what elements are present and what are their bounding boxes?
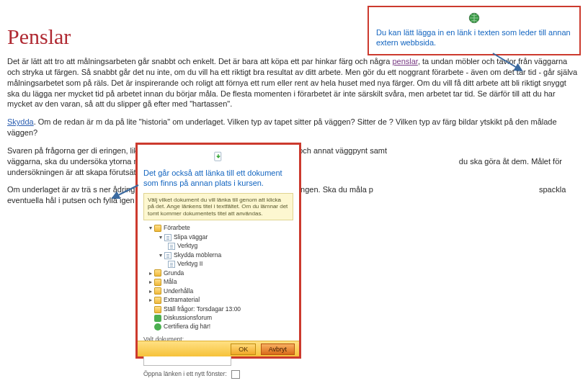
tree-node-cert[interactable]: Certifiera dig här! xyxy=(143,322,293,331)
collapse-icon[interactable]: ▾ xyxy=(148,224,153,233)
tree-label: Förarbete xyxy=(164,224,190,231)
dialog-instruction: Välj vilket dokument du vill länka till … xyxy=(143,193,293,221)
ok-button[interactable]: OK xyxy=(231,344,256,355)
para1-text-a: Det är lätt att tro att målningsarbeten … xyxy=(7,57,392,66)
para3-a: Svaren på frågorna ger di xyxy=(7,146,97,155)
cancel-button[interactable]: Avbryt xyxy=(261,344,295,355)
certificate-icon xyxy=(154,323,161,331)
document-arrow-icon xyxy=(212,151,225,163)
forum-icon xyxy=(154,315,161,322)
tree-label: Certifiera dig här! xyxy=(164,323,210,330)
tree-node-forarbete[interactable]: ▾Förarbete xyxy=(143,223,293,233)
para2-a: . Om de redan är m xyxy=(34,117,102,126)
callout-text: Du kan lätt lägga in en länk i texten so… xyxy=(376,27,572,48)
callout-icon-row xyxy=(376,12,572,26)
folder-icon xyxy=(154,279,161,286)
tree-node-diskussion[interactable]: Diskussionsforum xyxy=(143,313,293,322)
collapse-icon[interactable]: ▾ xyxy=(158,233,163,242)
expand-icon[interactable]: ▸ xyxy=(148,296,153,305)
expand-icon[interactable]: ▸ xyxy=(148,269,153,278)
tree-node-skydda[interactable]: ▾Skydda möblerna xyxy=(143,251,293,260)
document-tree[interactable]: ▾Förarbete ▾Slipa väggar Verktyg ▾Skydda… xyxy=(143,223,293,331)
folder-icon xyxy=(154,297,161,304)
callout-external-link: Du kan lätt lägga in en länk i texten so… xyxy=(368,6,581,55)
link-document-dialog: Det går också att länka till ett dokumen… xyxy=(135,143,301,359)
folder-icon xyxy=(154,225,161,232)
open-new-window-checkbox[interactable] xyxy=(231,370,240,379)
tree-node-grunda[interactable]: ▸Grunda xyxy=(143,269,293,278)
skydda-link[interactable]: Skydda xyxy=(7,117,34,126)
open-new-window-row: Öppna länken i ett nytt fönster: xyxy=(143,370,293,379)
tree-label: Ställ frågor: Torsdagar 13:00 xyxy=(164,305,241,313)
document-icon xyxy=(164,252,172,259)
tree-node-verktyg2[interactable]: Verktyg II xyxy=(143,259,293,268)
dialog-header-icon xyxy=(143,151,293,165)
document-icon xyxy=(164,234,172,241)
tree-label: Underhålla xyxy=(164,287,193,295)
link-title-input[interactable] xyxy=(143,356,231,366)
penslar-link[interactable]: penslar xyxy=(392,57,417,66)
tree-label: Måla xyxy=(164,278,177,285)
tree-node-underhalla[interactable]: ▸Underhålla xyxy=(143,287,293,296)
open-new-window-label: Öppna länken i ett nytt fönster: xyxy=(143,370,227,377)
tree-label: Skydda möblerna xyxy=(174,251,221,259)
tree-label: Extramaterial xyxy=(164,296,200,303)
dialog-note: Det går också att länka till ett dokumen… xyxy=(143,168,293,189)
folder-icon xyxy=(154,287,161,295)
document-icon xyxy=(168,261,175,268)
document-icon xyxy=(168,243,175,250)
dialog-footer: OK Avbryt xyxy=(138,341,299,356)
globe-link-icon xyxy=(468,12,481,24)
tree-label: Slipa väggar xyxy=(174,233,208,241)
folder-icon xyxy=(154,306,161,313)
tree-node-stall[interactable]: Ställ frågor: Torsdagar 13:00 xyxy=(143,305,293,313)
paragraph-1: Det är lätt att tro att målningsarbeten … xyxy=(7,56,579,109)
tree-node-mala[interactable]: ▸Måla xyxy=(143,277,293,287)
tree-label: Grunda xyxy=(164,269,184,277)
tree-node-extra[interactable]: ▸Extramaterial xyxy=(143,295,293,305)
expand-icon[interactable]: ▸ xyxy=(148,287,153,296)
folder-icon xyxy=(154,269,161,277)
paragraph-2: Skydda. Om de redan är m da på lite "his… xyxy=(7,117,579,138)
tree-label: Diskussionsforum xyxy=(164,314,212,321)
collapse-icon[interactable]: ▾ xyxy=(158,251,163,260)
para4-a: Om underlaget är av trä s xyxy=(7,185,97,194)
expand-icon[interactable]: ▸ xyxy=(148,278,153,287)
tree-node-slipa[interactable]: ▾Slipa väggar xyxy=(143,233,293,242)
tree-label: Verktyg xyxy=(177,242,197,249)
tree-node-verktyg[interactable]: Verktyg xyxy=(143,241,293,250)
para2-b: da på lite "historia" om underlaget. Vil… xyxy=(104,117,387,126)
tree-label: Verktyg II xyxy=(177,260,202,267)
